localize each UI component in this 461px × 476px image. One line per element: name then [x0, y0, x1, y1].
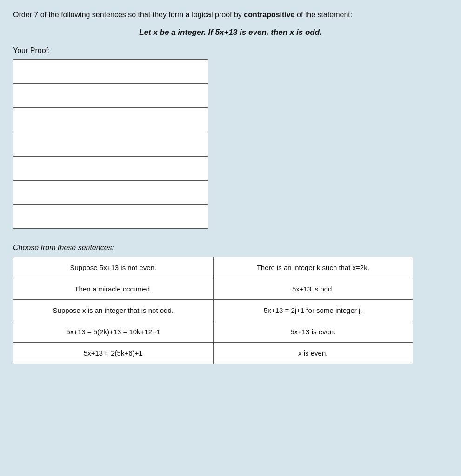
proof-slot-1[interactable]	[13, 60, 208, 84]
sentence-cell-2[interactable]: Then a miracle occurred.	[13, 278, 214, 300]
sentence-cell-1[interactable]: There is an integer k such that x=2k.	[214, 257, 414, 278]
instructions-prefix: Order 7 of the following sentences so th…	[13, 11, 244, 19]
proof-slot-5[interactable]	[13, 156, 208, 180]
sentence-cell-5[interactable]: 5x+13 = 2j+1 for some integer j.	[214, 300, 414, 321]
sentence-cell-8[interactable]: 5x+13 = 2(5k+6)+1	[13, 343, 214, 364]
instructions-text: Order 7 of the following sentences so th…	[13, 9, 448, 20]
proof-slot-3[interactable]	[13, 108, 208, 132]
proof-slot-2[interactable]	[13, 84, 208, 108]
instructions-suffix: of the statement:	[295, 11, 353, 19]
proof-slot-4[interactable]	[13, 132, 208, 156]
choose-label: Choose from these sentences:	[13, 244, 448, 252]
sentence-cell-6[interactable]: 5x+13 = 5(2k)+13 = 10k+12+1	[13, 321, 214, 343]
proof-slot-6[interactable]	[13, 180, 208, 205]
sentence-cell-7[interactable]: 5x+13 is even.	[214, 321, 414, 343]
sentence-cell-3[interactable]: 5x+13 is odd.	[214, 278, 414, 300]
statement-text: Let x be a integer. If 5x+13 is even, th…	[13, 28, 448, 37]
sentence-cell-4[interactable]: Suppose x is an integer that is not odd.	[13, 300, 214, 321]
sentence-cell-0[interactable]: Suppose 5x+13 is not even.	[13, 257, 214, 278]
proof-slot-7[interactable]	[13, 205, 208, 229]
sentence-grid: Suppose 5x+13 is not even. There is an i…	[13, 257, 413, 364]
your-proof-label: Your Proof:	[13, 46, 448, 55]
sentence-cell-9[interactable]: x is even.	[214, 343, 414, 364]
contrapositive-bold: contrapositive	[244, 11, 294, 19]
proof-slots-container	[13, 60, 208, 229]
